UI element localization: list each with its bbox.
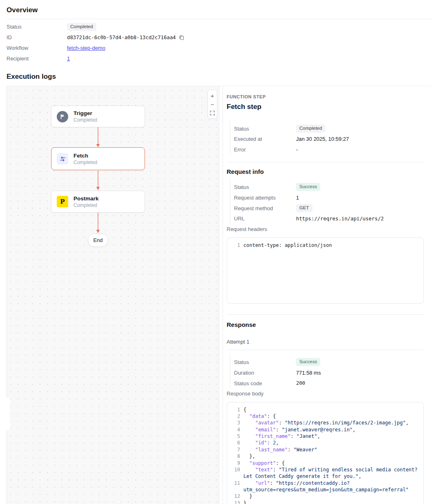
kv-row: Recipient1 [7, 53, 432, 64]
code-line: 5 "first_name": "Janet", [232, 433, 419, 440]
request-headers-label: Request headers [227, 224, 424, 235]
status-badge: Success [296, 358, 320, 366]
row-value: GET [296, 204, 312, 212]
line-number: 3 [232, 420, 240, 426]
code-line: 1{ [232, 406, 419, 413]
step-type-label: FUNCTION STEP [227, 94, 424, 99]
line-number: 8 [232, 453, 240, 460]
flow-node-trigger[interactable]: Trigger Completed [51, 106, 145, 127]
execution-logs-panel: Trigger Completed Fetch Completed [7, 86, 432, 504]
divider [227, 162, 424, 162]
code-line: 6 "id": 2, [232, 440, 419, 446]
row-link[interactable]: 1 [67, 56, 70, 62]
code-text: } [243, 500, 419, 504]
row-label: ID [7, 34, 67, 40]
line-number: 5 [232, 433, 240, 440]
line-number: 9 [232, 460, 240, 466]
attempt-label: Attempt 1 [227, 339, 424, 345]
row-label: Status [7, 24, 67, 30]
flow-node-end: End [88, 233, 108, 247]
code-text: { [243, 406, 419, 413]
code-text: "text": "Tired of writing endless social… [243, 466, 419, 480]
row-label: Status [234, 184, 296, 190]
row-label: Status code [234, 380, 296, 386]
kv-row: StatusCompleted [7, 22, 432, 32]
copy-icon[interactable] [179, 35, 184, 40]
row-value: https://reqres.in/api/users/2 [296, 216, 384, 222]
code-line: 3 "avatar": "https://reqres.in/img/faces… [232, 420, 419, 426]
line-number: 6 [232, 440, 240, 446]
kv-row: Request methodGET [234, 203, 435, 213]
code-line: 7 "last_name": "Weaver" [232, 446, 419, 453]
code-line: 10 "text": "Tired of writing endless soc… [232, 466, 419, 480]
row-value: - [296, 147, 298, 153]
code-line: 11 "url": "https://contentcaddy.io?utm_s… [232, 480, 419, 493]
kv-row: Executed atJan 30 2025, 10:59:27 [234, 134, 435, 144]
kv-row: StatusSuccess [234, 182, 435, 193]
step-title: Fetch step [227, 103, 424, 111]
divider [227, 350, 424, 350]
response-rows: StatusSuccessDuration771.58 msStatus cod… [230, 355, 435, 389]
row-label: Request method [234, 205, 296, 211]
code-line: 9 "support": { [232, 460, 419, 466]
row-label: Executed at [234, 136, 296, 142]
step-detail-panel: FUNCTION STEP Fetch step StatusCompleted… [223, 86, 427, 504]
response-body-code: 1{2 "data": {3 "avatar": "https://reqres… [227, 402, 424, 504]
kv-row: StatusSuccess [234, 357, 435, 368]
code-line: 4 "email": "janet.weaver@reqres.in", [232, 426, 419, 433]
code-text: "last_name": "Weaver" [243, 446, 419, 453]
row-value: 1 [296, 195, 299, 201]
code-text: "first_name": "Janet", [243, 433, 419, 440]
flag-icon [57, 111, 68, 122]
node-text: Trigger Completed [74, 110, 97, 123]
row-value: Jan 30 2025, 10:59:27 [296, 136, 349, 142]
response-body-label: Response body [227, 389, 424, 399]
text-value: 771.58 ms [296, 370, 321, 376]
status-badge: Success [296, 183, 320, 191]
row-value: 771.58 ms [296, 370, 321, 376]
zoom-in-button[interactable]: + [208, 91, 217, 100]
node-text: Postmark Completed [74, 195, 99, 208]
fit-view-button[interactable] [208, 109, 217, 117]
zoom-out-button[interactable]: − [208, 100, 217, 109]
row-link[interactable]: fetch-step-demo [67, 45, 105, 51]
text-value: - [296, 147, 298, 153]
edge-arrow [95, 171, 101, 191]
divider [227, 314, 424, 315]
row-label: Workflow [7, 45, 67, 51]
overview-section: Overview StatusCompletedIDd83721dc-6c0b-… [7, 0, 432, 64]
row-value: Completed [67, 23, 96, 31]
code-text: "avatar": "https://reqres.in/img/faces/2… [243, 420, 419, 426]
line-number: 7 [232, 446, 240, 453]
row-label: Request attempts [234, 195, 296, 201]
status-badge: GET [296, 204, 312, 212]
node-text: Fetch Completed [74, 153, 97, 165]
kv-row: Workflowfetch-step-demo [7, 43, 432, 53]
code-line: 13} [232, 500, 419, 504]
kv-row: StatusCompleted [234, 123, 435, 134]
mono-value: https://reqres.in/api/users/2 [296, 216, 384, 222]
flow-node-fetch[interactable]: Fetch Completed [51, 147, 145, 170]
code-text: } [243, 493, 419, 500]
kv-row: Request attempts1 [234, 192, 435, 203]
fullscreen-icon [210, 111, 215, 115]
node-status: Completed [74, 117, 97, 123]
edge-arrow [95, 213, 101, 233]
code-line: 1content-type: application/json [232, 242, 419, 249]
node-title: Fetch [74, 153, 97, 159]
code-text: "data": { [243, 413, 419, 420]
row-label: Error [234, 147, 296, 153]
line-number: 1 [232, 406, 240, 413]
node-status: Completed [74, 202, 99, 208]
status-badge: Completed [67, 23, 96, 31]
text-value: Jan 30 2025, 10:59:27 [296, 136, 349, 142]
row-value: d83721dc-6c0b-57d4-a0b8-13cd2c716aa4 [67, 35, 184, 40]
code-text: }, [243, 453, 419, 460]
status-badge: Completed [296, 124, 325, 133]
flow-node-postmark[interactable]: P Postmark Completed [51, 191, 145, 213]
workflow-canvas[interactable]: Trigger Completed Fetch Completed [7, 86, 219, 504]
execution-logs-title: Execution logs [7, 73, 432, 86]
kv-row: Duration771.58 ms [234, 367, 435, 378]
code-line: 8 }, [232, 453, 419, 460]
node-title: Trigger [74, 110, 97, 116]
